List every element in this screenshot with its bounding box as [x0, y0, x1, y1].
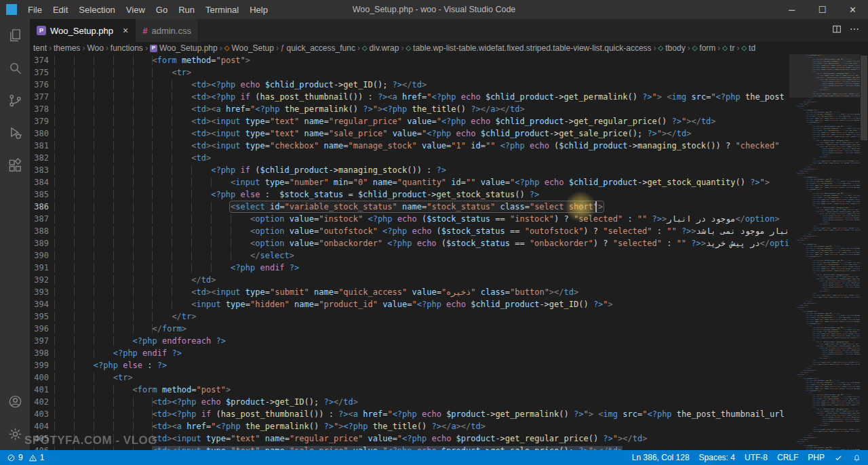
line-number: 394	[30, 298, 54, 310]
settings-icon[interactable]	[0, 418, 30, 450]
code-line-393[interactable]: 393 <td><input type="submit" name="quick…	[30, 286, 789, 298]
code-line-386[interactable]: 386 <select id="variable_stock_status" n…	[30, 201, 789, 213]
menu-view[interactable]: View	[121, 5, 151, 15]
chevron-right-icon: ›	[49, 43, 52, 53]
code-line-406[interactable]: 406 <td><input type="text" name="sale_pr…	[30, 445, 789, 450]
split-editor-icon[interactable]	[831, 24, 842, 37]
breadcrumb-item[interactable]: PWoo_Setup.php	[149, 43, 218, 53]
cursor-position[interactable]: Ln 386, Col 128	[632, 453, 690, 462]
minimap[interactable]: <form method="post"> <tr> <td><?php echo…	[789, 54, 860, 450]
breadcrumb-item[interactable]: themes	[53, 43, 81, 53]
notifications-bell-icon[interactable]	[852, 453, 861, 462]
line-number: 403	[30, 408, 54, 420]
warning-icon	[28, 453, 37, 462]
code-line-380[interactable]: 380 <td><input type="text" name="sale_pr…	[30, 127, 789, 140]
code-line-384[interactable]: 384 <input type="number" min="0" name="q…	[30, 176, 789, 188]
language-mode[interactable]: PHP	[808, 453, 825, 462]
indentation[interactable]: Spaces: 4	[699, 453, 735, 462]
code-text: <td><input type="checkbox" name="manage_…	[54, 140, 780, 152]
extensions-icon[interactable]	[0, 149, 30, 182]
code-line-378[interactable]: 378 <td><a href="<?php the_permalink() ?…	[30, 103, 789, 115]
code-line-375[interactable]: 375 <tr>	[30, 66, 789, 79]
more-actions-icon[interactable]	[849, 24, 860, 37]
code-line-383[interactable]: 383 <?php if ($chlid_product->managing_s…	[30, 164, 789, 176]
code-line-379[interactable]: 379 <td><input type="text" name="regular…	[30, 115, 789, 127]
code-line-388[interactable]: 388 <option value="outofstock" <?php ech…	[30, 225, 789, 237]
code-line-389[interactable]: 389 <option value="onbackorder" <?php ec…	[30, 237, 789, 249]
maximize-button[interactable]: ☐	[807, 0, 837, 19]
line-number: 396	[30, 323, 54, 335]
breadcrumb-label: div.wrap	[370, 43, 399, 53]
code-line-387[interactable]: 387 <option value="instock" <?php echo (…	[30, 213, 789, 225]
code-line-374[interactable]: 374 <form method="post">	[30, 54, 789, 66]
code-line-405[interactable]: 405 <td><input type="text" name="regular…	[30, 432, 789, 445]
encoding[interactable]: UTF-8	[745, 453, 768, 462]
source-control-icon[interactable]	[0, 84, 30, 117]
menu-go[interactable]: Go	[151, 5, 173, 15]
minimize-button[interactable]: ─	[776, 0, 807, 19]
explorer-icon[interactable]	[0, 19, 30, 52]
menu-terminal[interactable]: Terminal	[200, 5, 244, 15]
breadcrumb-item[interactable]: ◇Woo_Setup	[224, 43, 275, 53]
menu-edit[interactable]: Edit	[47, 5, 73, 15]
tab-woo-setup-php[interactable]: PWoo_Setup.php×	[30, 19, 136, 42]
menu-help[interactable]: Help	[244, 5, 273, 15]
line-number: 384	[30, 176, 54, 188]
run-debug-icon[interactable]	[0, 117, 30, 149]
scrollbar-thumb[interactable]	[861, 56, 867, 140]
breadcrumb-item[interactable]: ◇form	[692, 43, 717, 53]
line-number: 395	[30, 310, 54, 323]
line-number: 379	[30, 115, 54, 127]
code-line-394[interactable]: 394 <input type="hidden" name="product_i…	[30, 298, 789, 310]
breadcrumb-item[interactable]: Woo	[86, 43, 104, 53]
close-button[interactable]: ✕	[837, 0, 868, 19]
breadcrumb-item[interactable]: tent	[33, 43, 47, 53]
code-line-399[interactable]: 399 <?php else : ?>	[30, 359, 789, 371]
code-editor[interactable]: 374 <form method="post">375 <tr>376 <td>…	[30, 54, 868, 450]
code-area[interactable]: 374 <form method="post">375 <tr>376 <td>…	[30, 54, 789, 450]
code-line-400[interactable]: 400 <tr>	[30, 371, 789, 384]
code-line-376[interactable]: 376 <td><?php echo $chlid_product->get_I…	[30, 79, 789, 91]
breadcrumb-item[interactable]: ◇table.wp-list-table.widefat.fixed.strip…	[405, 43, 652, 53]
breadcrumb-item[interactable]: ◇td	[741, 43, 756, 53]
breadcrumb-item[interactable]: ◇tbody	[658, 43, 686, 53]
code-line-397[interactable]: 397 <?php endforeach ?>	[30, 335, 789, 347]
breadcrumb-item[interactable]: ƒquick_access_func	[280, 43, 356, 53]
menu-file[interactable]: File	[22, 5, 47, 15]
breadcrumb-label: tent	[33, 43, 47, 53]
formatter-check-icon[interactable]	[834, 453, 843, 462]
search-icon[interactable]	[0, 52, 30, 84]
code-line-390[interactable]: 390 </select>	[30, 249, 789, 262]
code-line-401[interactable]: 401 <form method="post">	[30, 384, 789, 396]
tab-close-icon[interactable]: ×	[123, 25, 128, 36]
tab-admin-css[interactable]: #admin.css	[136, 19, 199, 42]
code-line-395[interactable]: 395 </tr>	[30, 310, 789, 323]
code-line-396[interactable]: 396 </form>	[30, 323, 789, 335]
account-icon[interactable]	[0, 385, 30, 418]
problems-indicator[interactable]: 9 1	[7, 453, 44, 462]
breadcrumb-item[interactable]: ◇div.wrap	[361, 43, 400, 53]
tab-label: admin.css	[151, 26, 191, 36]
code-line-385[interactable]: 385 <?php else : $stock_status = $chlid_…	[30, 188, 789, 201]
breadcrumb-label: functions	[111, 43, 143, 53]
code-line-392[interactable]: 392 </td>	[30, 274, 789, 286]
vertical-scrollbar[interactable]	[860, 54, 868, 450]
code-line-403[interactable]: 403 <td><?php if (has_post_thumbnail()) …	[30, 408, 789, 420]
code-line-377[interactable]: 377 <td><?php if (has_post_thumbnail()) …	[30, 91, 789, 103]
code-line-391[interactable]: 391 <?php endif ?>	[30, 262, 789, 274]
minimap-slider[interactable]	[789, 54, 860, 98]
code-text: <td><a href="<?php the_permalink() ?>"><…	[54, 103, 525, 115]
eol-sequence[interactable]: CRLF	[777, 453, 798, 462]
code-line-381[interactable]: 381 <td><input type="checkbox" name="man…	[30, 140, 789, 152]
menu-selection[interactable]: Selection	[73, 5, 120, 15]
code-line-398[interactable]: 398 <?php endif ?>	[30, 347, 789, 359]
code-line-402[interactable]: 402 <td><?php echo $product->get_ID(); ?…	[30, 396, 789, 408]
code-text: <td><input type="text" name="sale_price"…	[54, 445, 623, 450]
menu-run[interactable]: Run	[173, 5, 200, 15]
code-line-382[interactable]: 382 <td>	[30, 152, 789, 164]
breadcrumb-item[interactable]: functions	[110, 43, 144, 53]
breadcrumb-item[interactable]: ◇tr	[722, 43, 735, 53]
line-number: 381	[30, 140, 54, 152]
symbol-element-icon: ◇	[362, 45, 368, 52]
code-line-404[interactable]: 404 <td><a href="<?php the_permalink() ?…	[30, 420, 789, 432]
